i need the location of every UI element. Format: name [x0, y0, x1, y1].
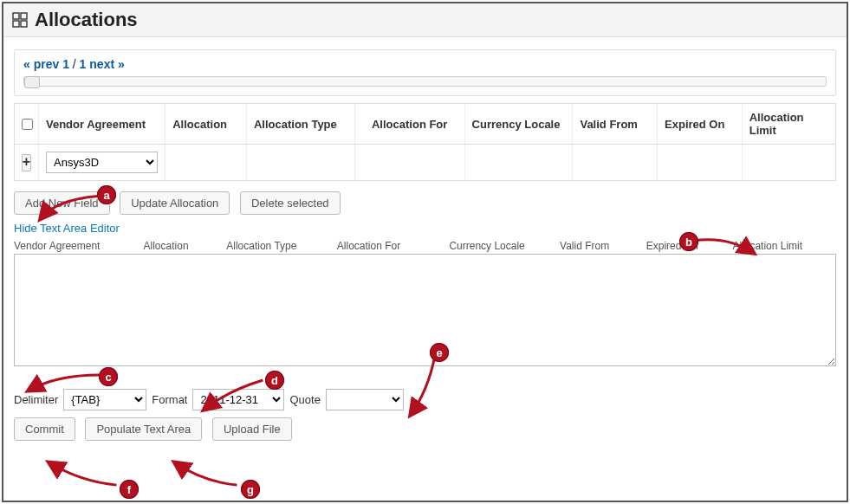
ta-col-type: Allocation Type	[226, 240, 337, 252]
col-limit: Allocation Limit	[743, 104, 835, 144]
update-allocation-button[interactable]: Update Allocation	[120, 191, 230, 215]
annotation-badge-g: g	[241, 480, 260, 499]
row-vendor-cell: Ansys3D	[39, 145, 165, 180]
pager-sep: /	[73, 57, 76, 71]
row-allocation-cell[interactable]	[165, 145, 247, 180]
pager-box: « prev 1 / 1 next »	[14, 49, 836, 96]
quote-select[interactable]	[326, 389, 404, 410]
col-type: Allocation Type	[247, 104, 355, 144]
pager-slider[interactable]	[23, 76, 827, 87]
pager-current: 1	[62, 57, 69, 71]
delimiter-label: Delimiter	[14, 393, 58, 406]
pager-links: « prev 1 / 1 next »	[23, 57, 827, 71]
col-allocation: Allocation	[165, 104, 247, 144]
add-new-field-button[interactable]: Add New Field	[14, 191, 110, 215]
row-type-cell[interactable]	[247, 145, 355, 180]
ta-col-vendor: Vendor Agreement	[14, 240, 144, 252]
row-add-cell: +	[15, 145, 39, 180]
allocations-grid: Vendor Agreement Allocation Allocation T…	[14, 103, 836, 181]
pager-slider-thumb[interactable]	[24, 76, 40, 88]
svg-rect-1	[21, 13, 27, 19]
pager-total: 1	[80, 57, 87, 71]
delimiter-select[interactable]: {TAB}	[63, 389, 146, 410]
ta-col-from: Valid From	[560, 240, 646, 252]
hide-text-area-link[interactable]: Hide Text Area Editor	[14, 222, 836, 235]
row-for-cell[interactable]	[355, 145, 465, 180]
grid-icon	[12, 12, 28, 28]
select-all-checkbox[interactable]	[22, 119, 33, 130]
ta-col-currency: Currency Locale	[449, 240, 560, 252]
ta-col-limit: Allocation Limit	[732, 240, 836, 252]
ta-col-expired: Expired On	[646, 240, 733, 252]
annotation-badge-c: c	[99, 367, 118, 386]
pager-prev[interactable]: « prev	[23, 57, 59, 71]
add-row-button[interactable]: +	[22, 154, 31, 171]
upload-file-button[interactable]: Upload File	[212, 417, 292, 441]
delete-selected-button[interactable]: Delete selected	[240, 191, 341, 215]
row-limit-cell[interactable]	[743, 145, 835, 180]
grid-header-row: Vendor Agreement Allocation Allocation T…	[15, 104, 835, 145]
annotation-badge-f: f	[120, 480, 139, 499]
grid-button-row: Add New Field Update Allocation Delete s…	[14, 191, 836, 215]
commit-button[interactable]: Commit	[14, 417, 75, 441]
col-expired: Expired On	[658, 104, 743, 144]
col-currency: Currency Locale	[465, 104, 574, 144]
ta-col-allocation: Allocation	[144, 240, 227, 252]
row-expired-cell[interactable]	[658, 145, 743, 180]
quote-label: Quote	[289, 393, 320, 406]
page-header: Allocations	[3, 3, 847, 37]
page-title: Allocations	[35, 9, 138, 31]
grid-data-row: + Ansys3D	[15, 145, 835, 180]
pager-next[interactable]: next »	[89, 57, 124, 71]
col-vendor: Vendor Agreement	[39, 104, 165, 144]
annotation-badge-d: d	[265, 371, 284, 390]
row-from-cell[interactable]	[573, 145, 658, 180]
populate-text-area-button[interactable]: Populate Text Area	[85, 417, 202, 441]
svg-rect-2	[13, 21, 19, 27]
import-button-row: Commit Populate Text Area Upload File	[14, 417, 836, 441]
row-currency-cell[interactable]	[465, 145, 574, 180]
col-for: Allocation For	[355, 104, 465, 144]
format-select[interactable]: 2011-12-31	[192, 389, 284, 410]
select-all-cell	[15, 104, 39, 144]
svg-rect-3	[21, 21, 27, 27]
import-controls-row: Delimiter {TAB} Format 2011-12-31 Quote	[14, 389, 836, 410]
format-label: Format	[152, 393, 187, 406]
svg-rect-0	[13, 13, 19, 19]
vendor-select[interactable]: Ansys3D	[46, 152, 158, 173]
col-from: Valid From	[573, 104, 658, 144]
bulk-textarea[interactable]	[14, 254, 836, 366]
ta-col-for: Allocation For	[337, 240, 450, 252]
textarea-header-row: Vendor Agreement Allocation Allocation T…	[14, 240, 836, 252]
